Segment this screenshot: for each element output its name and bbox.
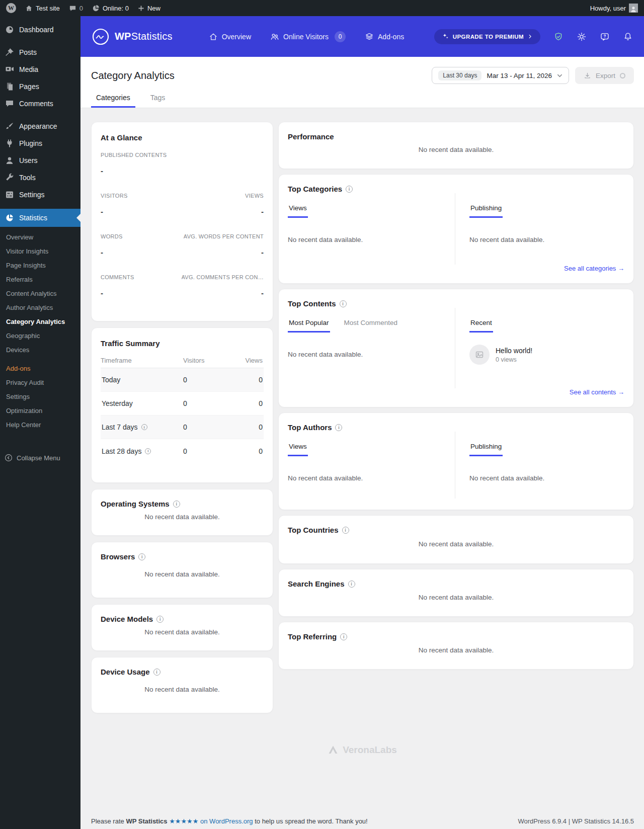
see-all-categories-link: See all categories → bbox=[288, 265, 624, 272]
tab-recent[interactable]: Recent bbox=[469, 319, 493, 333]
wp-statistics-brand[interactable]: WPStatistics bbox=[92, 28, 173, 46]
no-data-message: No recent data available. bbox=[469, 474, 624, 482]
admin-bar-online[interactable]: Online: 0 bbox=[92, 5, 129, 12]
plugin-nav: Overview Online Visitors 0 Add-ons bbox=[209, 31, 405, 42]
sidebar-item-users[interactable]: Users bbox=[0, 152, 80, 169]
info-icon[interactable]: i bbox=[335, 424, 342, 431]
admin-bar-account[interactable]: Howdy, user bbox=[590, 4, 638, 13]
nav-online-visitors[interactable]: Online Visitors 0 bbox=[270, 31, 346, 42]
date-range-picker[interactable]: Last 30 days Mar 13 - Apr 11, 2026 bbox=[432, 67, 569, 84]
settings-gear-icon[interactable] bbox=[577, 32, 587, 42]
info-icon[interactable]: i bbox=[141, 424, 147, 430]
admin-bar-new[interactable]: New bbox=[138, 5, 160, 12]
submenu-page-insights[interactable]: Page Insights bbox=[0, 259, 80, 273]
submenu-category-analytics[interactable]: Category Analytics bbox=[0, 315, 80, 329]
sidebar-item-statistics[interactable]: Statistics bbox=[0, 209, 80, 227]
rate-link[interactable]: ★★★★★ on WordPress.org bbox=[169, 817, 253, 825]
card-title: Traffic Summary bbox=[101, 339, 264, 348]
upgrade-to-premium-button[interactable]: UPGRADE TO PREMIUM bbox=[434, 29, 540, 44]
content-thumbnail bbox=[469, 345, 490, 365]
submenu-referrals[interactable]: Referrals bbox=[0, 273, 80, 287]
submenu-overview[interactable]: Overview bbox=[0, 230, 80, 244]
tab-publishing[interactable]: Publishing bbox=[469, 204, 503, 218]
info-icon[interactable]: i bbox=[153, 669, 160, 676]
wordpress-logo-icon[interactable]: W bbox=[6, 3, 16, 13]
sidebar-item-settings[interactable]: Settings bbox=[0, 186, 80, 203]
info-icon[interactable]: i bbox=[340, 300, 347, 307]
sidebar-item-dashboard[interactable]: Dashboard bbox=[0, 21, 80, 38]
notifications-bell-icon[interactable] bbox=[623, 32, 633, 42]
submenu-content-analytics[interactable]: Content Analytics bbox=[0, 287, 80, 301]
home-icon bbox=[25, 5, 33, 12]
arrow-right-icon: → bbox=[618, 265, 624, 272]
sidebar-item-comments[interactable]: Comments bbox=[0, 95, 80, 112]
sidebar-item-posts[interactable]: Posts bbox=[0, 44, 80, 61]
info-icon[interactable]: i bbox=[156, 616, 164, 623]
sidebar-item-plugins[interactable]: Plugins bbox=[0, 135, 80, 152]
admin-bar-comments[interactable]: 0 bbox=[69, 5, 83, 12]
top-authors-card: Top Authorsi Views No recent data availa… bbox=[278, 412, 634, 510]
no-data-message: No recent data available. bbox=[288, 351, 443, 358]
see-all-contents-link: See all contents → bbox=[288, 388, 624, 396]
submenu-optimization[interactable]: Optimization bbox=[0, 404, 80, 418]
submenu-help-center[interactable]: Help Center bbox=[0, 418, 80, 432]
tab-views[interactable]: Views bbox=[288, 204, 308, 218]
export-button[interactable]: Export bbox=[575, 67, 634, 84]
info-icon[interactable]: i bbox=[138, 553, 145, 560]
nav-overview[interactable]: Overview bbox=[209, 32, 251, 41]
timeframe-label: Last 28 days bbox=[102, 447, 141, 455]
tab-most-popular[interactable]: Most Popular bbox=[288, 319, 330, 333]
tab-publishing[interactable]: Publishing bbox=[469, 443, 503, 456]
collapse-menu-button[interactable]: Collapse Menu bbox=[0, 450, 80, 466]
submenu-devices[interactable]: Devices bbox=[0, 343, 80, 357]
content-area: At a Glance PUBLISHED CONTENTS - VISITOR… bbox=[80, 108, 644, 713]
tab-views[interactable]: Views bbox=[288, 443, 308, 456]
sidebar-item-label: Pages bbox=[19, 82, 39, 91]
views-value: 0 bbox=[231, 399, 264, 407]
card-title: Top Countriesi bbox=[288, 526, 624, 534]
recent-content-item[interactable]: Hello world! 0 views bbox=[469, 345, 624, 365]
table-row: Yesterday 0 0 bbox=[101, 392, 264, 416]
tab-categories[interactable]: Categories bbox=[91, 94, 135, 108]
info-icon[interactable]: i bbox=[342, 527, 349, 534]
sidebar-item-label: Statistics bbox=[19, 214, 47, 222]
wp-statistics-logo-icon bbox=[92, 28, 110, 46]
avatar bbox=[629, 4, 638, 13]
browsers-card: Browsersi No recent data available. bbox=[91, 542, 273, 598]
sidebar-item-media[interactable]: Media bbox=[0, 61, 80, 78]
nav-add-ons[interactable]: Add-ons bbox=[365, 32, 404, 41]
column-header: Visitors bbox=[183, 357, 231, 364]
info-icon[interactable]: i bbox=[346, 186, 353, 193]
card-title: Top Categoriesi bbox=[288, 185, 624, 193]
info-icon[interactable]: i bbox=[145, 448, 151, 454]
tab-tags[interactable]: Tags bbox=[145, 94, 171, 108]
submenu-add-ons[interactable]: Add-ons bbox=[0, 362, 80, 376]
sidebar-item-pages[interactable]: Pages bbox=[0, 78, 80, 95]
sidebar-item-tools[interactable]: Tools bbox=[0, 169, 80, 186]
help-icon[interactable] bbox=[600, 32, 610, 42]
tab-most-commented[interactable]: Most Commented bbox=[343, 319, 399, 333]
sidebar-item-appearance[interactable]: Appearance bbox=[0, 118, 80, 135]
metric-label: VIEWS bbox=[245, 193, 264, 199]
column-header: Timeframe bbox=[101, 357, 183, 364]
submenu-visitor-insights[interactable]: Visitor Insights bbox=[0, 244, 80, 259]
statistics-pie-icon bbox=[5, 213, 15, 223]
card-title: Browsersi bbox=[101, 552, 264, 561]
privacy-status-icon[interactable] bbox=[553, 32, 564, 42]
pages-icon bbox=[5, 81, 15, 92]
views-value: 0 bbox=[231, 423, 264, 431]
submenu-author-analytics[interactable]: Author Analytics bbox=[0, 301, 80, 315]
submenu-geographic[interactable]: Geographic bbox=[0, 329, 80, 343]
submenu-settings[interactable]: Settings bbox=[0, 390, 80, 404]
info-icon[interactable]: i bbox=[173, 501, 180, 508]
info-icon[interactable]: i bbox=[348, 581, 355, 588]
user-icon bbox=[5, 155, 15, 165]
brush-icon bbox=[5, 121, 15, 131]
visitors-value: 0 bbox=[183, 376, 231, 384]
sparkle-icon bbox=[442, 33, 449, 40]
admin-bar-site[interactable]: Test site bbox=[25, 5, 60, 12]
submenu-privacy-audit[interactable]: Privacy Audit bbox=[0, 376, 80, 390]
info-icon[interactable]: i bbox=[340, 633, 347, 640]
no-data-message: No recent data available. bbox=[288, 641, 624, 659]
veronalabs-logo-icon bbox=[328, 744, 339, 756]
